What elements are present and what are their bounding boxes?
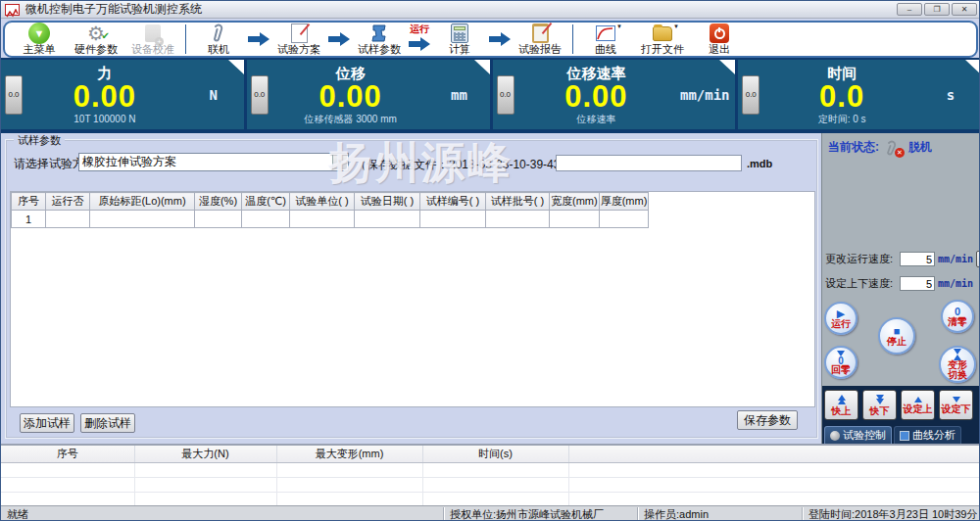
app-window: 微机控制电子万能试验机测控系统 – ❐ ✕ ▼ 主菜单 ⚙✔ 硬件参数 设备校准…	[0, 0, 980, 521]
displacement-zero-button[interactable]: 0.0	[251, 75, 269, 115]
gear-icon	[830, 431, 840, 441]
toolbar-divider	[185, 24, 186, 54]
col-header: 运行否	[46, 193, 90, 211]
jog-speed-input[interactable]	[900, 276, 935, 291]
cell[interactable]: 1	[12, 211, 46, 228]
time-setting: 定时间: 0 s	[760, 113, 924, 125]
set-down-button[interactable]: 设定下	[939, 390, 973, 420]
speed-meter: 0.0 位移速率 0.00 位移速率 mm/min	[493, 60, 736, 129]
close-button[interactable]: ✕	[952, 3, 977, 16]
toolbar-calculate[interactable]: 计算	[431, 23, 488, 56]
cell[interactable]	[550, 211, 600, 228]
deformation-switch-button[interactable]: 变形 切换	[939, 346, 976, 383]
toolbar-hardware-params[interactable]: ⚙✔ 硬件参数	[68, 23, 124, 56]
cell[interactable]	[134, 462, 276, 477]
speed-title: 位移速率	[514, 65, 679, 81]
fast-up-button[interactable]: 快上	[824, 390, 858, 420]
run-speed-input[interactable]	[900, 252, 935, 266]
cell[interactable]	[90, 211, 195, 228]
cell[interactable]	[1, 492, 134, 506]
toolbar-open-file[interactable]: ▼ 打开文件	[634, 23, 691, 56]
app-icon	[5, 4, 20, 16]
ready-status: 就绪	[1, 507, 444, 521]
cell[interactable]	[422, 492, 568, 506]
cell[interactable]	[242, 211, 290, 228]
displacement-title: 位移	[269, 65, 433, 81]
displacement-unit: mm	[433, 87, 486, 103]
time-zero-button[interactable]: 0.0	[742, 75, 760, 115]
cell[interactable]	[568, 492, 980, 506]
force-value: 0.00	[23, 81, 187, 113]
cell[interactable]	[276, 462, 422, 477]
results-row	[1, 477, 980, 492]
toolbar-connect[interactable]: 联机	[190, 23, 247, 56]
double-down-arrow-icon	[876, 395, 884, 404]
results-header-row: 序号 最大力(N) 最大变形(mm) 时间(s)	[1, 446, 980, 462]
minimize-button[interactable]: –	[897, 3, 922, 16]
col-header: 温度(℃)	[242, 193, 290, 211]
dropdown-arrow-icon: ▼	[616, 24, 622, 29]
toolbar-test-report[interactable]: 试验报告	[512, 23, 568, 56]
control-panel: 当前状态: ✕ 脱机 更改运行速度: mm/min 发送 设定上下速度: mm/…	[821, 133, 980, 444]
gear-check-icon: ⚙✔	[87, 24, 105, 43]
toolbar-specimen-params[interactable]: 试样参数	[351, 23, 408, 56]
toolbar-main-menu[interactable]: ▼ 主菜单	[11, 23, 68, 56]
combo-dropdown-icon[interactable]: ▼	[332, 155, 347, 169]
toolbar-curve[interactable]: ▼ 曲线	[577, 23, 634, 56]
cell[interactable]	[134, 477, 276, 492]
scheme-combobox[interactable]: 橡胶拉伸试验方案 ▼	[78, 153, 349, 171]
set-up-button[interactable]: 设定上	[901, 390, 935, 420]
toolbar-divider	[572, 24, 573, 54]
table-row: 1	[12, 211, 649, 228]
toolbar-exit[interactable]: 退出	[691, 23, 748, 56]
corner-fold	[228, 60, 244, 74]
cell[interactable]	[46, 211, 90, 228]
col-header: 试验单位( )	[290, 193, 355, 211]
col-header: 最大变形(mm)	[276, 446, 422, 462]
tab-curve-analysis[interactable]: 曲线分析	[894, 426, 961, 444]
cell[interactable]	[599, 211, 649, 228]
cell[interactable]	[276, 477, 422, 492]
cell[interactable]	[422, 462, 568, 477]
col-header: 试样批号( )	[486, 193, 550, 211]
speed-value: 0.00	[514, 81, 679, 113]
speed-zero-button[interactable]: 0.0	[497, 75, 514, 115]
cell[interactable]	[290, 211, 355, 228]
cell[interactable]	[355, 211, 420, 228]
run-button[interactable]: ▶ 运行	[824, 302, 858, 335]
group-title: 试样参数	[14, 133, 65, 148]
power-icon	[710, 24, 729, 43]
force-zero-button[interactable]: 0.0	[5, 75, 23, 115]
filename-input[interactable]	[556, 155, 742, 171]
flow-arrow-icon	[247, 23, 270, 56]
toolbar-test-scheme[interactable]: 试验方案	[270, 23, 327, 56]
restore-button[interactable]: ❐	[924, 3, 950, 16]
cell[interactable]	[276, 492, 422, 506]
send-button[interactable]: 发送	[976, 251, 980, 267]
tab-test-control[interactable]: 试验控制	[824, 426, 892, 444]
cell[interactable]	[195, 211, 242, 228]
jog-speed-unit: mm/min	[938, 278, 973, 289]
specimen-table: 序号 运行否 原始标距(Lo)(mm) 湿度(%) 温度(℃) 试验单位( ) …	[11, 192, 649, 228]
cell[interactable]	[568, 462, 980, 477]
stop-button[interactable]: ■ 停止	[878, 317, 915, 355]
delete-specimen-button[interactable]: 删除试样	[80, 413, 135, 433]
return-zero-button[interactable]: 0 回零	[824, 346, 858, 379]
cell[interactable]	[1, 462, 134, 477]
operator-info: 操作员:admin	[638, 507, 803, 521]
add-specimen-button[interactable]: 添加试样	[20, 413, 74, 433]
fast-down-button[interactable]: 快下	[862, 390, 897, 420]
login-time: 登陆时间:2018年3月23日 10时39分 星期五	[803, 507, 980, 521]
clear-zero-button[interactable]: 0 清零	[941, 300, 974, 333]
col-header: 宽度(mm)	[550, 193, 600, 211]
file-extension-label: .mdb	[747, 158, 772, 169]
cell[interactable]	[134, 492, 276, 506]
cell[interactable]	[422, 477, 568, 492]
cell[interactable]	[420, 211, 486, 228]
cell[interactable]	[486, 211, 550, 228]
current-status-label: 当前状态:	[828, 139, 879, 156]
cell[interactable]	[568, 477, 980, 492]
save-params-button[interactable]: 保存参数	[737, 410, 798, 430]
cell[interactable]	[1, 477, 134, 492]
window-title: 微机控制电子万能试验机测控系统	[25, 1, 202, 18]
